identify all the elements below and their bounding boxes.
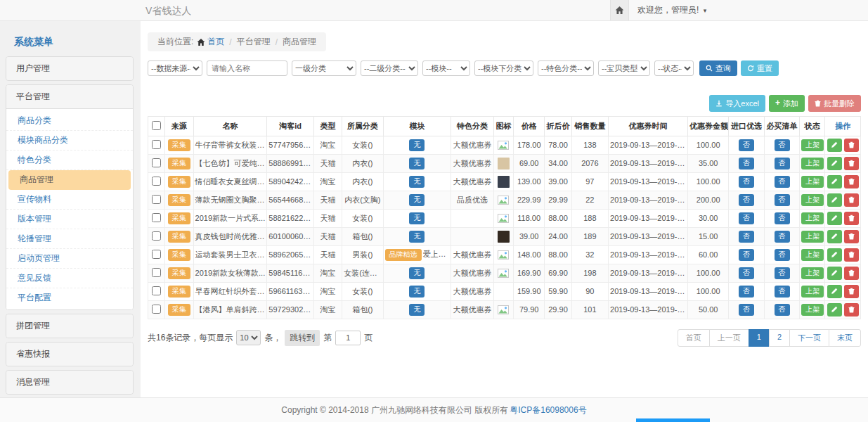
jump-button[interactable]: 跳转到: [285, 330, 320, 346]
row-checkbox[interactable]: [152, 250, 161, 259]
delete-button[interactable]: [844, 285, 859, 298]
status-badge[interactable]: 上架: [801, 212, 824, 224]
import-select-toggle[interactable]: 否: [739, 267, 754, 279]
row-checkbox[interactable]: [152, 305, 161, 314]
sidebar-item[interactable]: 平台配置: [6, 288, 133, 307]
status-badge[interactable]: 上架: [801, 231, 824, 243]
status-badge[interactable]: 上架: [801, 267, 824, 279]
icp-link[interactable]: 粤ICP备16098006号: [510, 404, 586, 416]
filter-select[interactable]: --数据来源--: [148, 60, 202, 76]
row-checkbox[interactable]: [152, 158, 161, 167]
import-select-toggle[interactable]: 否: [739, 158, 754, 170]
sidebar-item[interactable]: 商品管理: [8, 170, 131, 190]
status-badge[interactable]: 上架: [801, 139, 824, 151]
must-buy-toggle[interactable]: 否: [775, 139, 790, 151]
filter-select[interactable]: --模块下分类--: [474, 60, 533, 76]
sidebar-group[interactable]: 用户管理: [6, 57, 133, 80]
must-buy-toggle[interactable]: 否: [775, 304, 790, 316]
page-button[interactable]: 下一页: [789, 329, 829, 347]
import-select-toggle[interactable]: 否: [739, 286, 754, 298]
sidebar-item[interactable]: 商品分类: [6, 111, 133, 131]
status-badge[interactable]: 上架: [801, 304, 824, 316]
edit-button[interactable]: [827, 303, 842, 316]
import-select-toggle[interactable]: 否: [739, 212, 754, 224]
module-badge[interactable]: 无: [409, 267, 425, 279]
must-buy-toggle[interactable]: 否: [775, 176, 790, 188]
status-badge[interactable]: 上架: [801, 249, 824, 261]
import-excel-button[interactable]: 导入excel: [709, 95, 765, 112]
sidebar-item[interactable]: 轮播管理: [6, 229, 133, 249]
import-select-toggle[interactable]: 否: [739, 194, 754, 206]
status-badge[interactable]: 上架: [801, 176, 824, 188]
sidebar-item[interactable]: 意见反馈: [6, 269, 133, 288]
status-badge[interactable]: 上架: [801, 194, 824, 206]
sidebar-item[interactable]: 宣传物料: [6, 190, 133, 210]
import-select-toggle[interactable]: 否: [739, 176, 754, 188]
page-button[interactable]: 上一页: [709, 329, 749, 347]
page-button[interactable]: 首页: [678, 329, 710, 347]
status-badge[interactable]: 上架: [801, 158, 824, 170]
filter-select[interactable]: --状态--: [654, 60, 694, 76]
name-search-input[interactable]: [207, 60, 287, 76]
delete-button[interactable]: [844, 212, 859, 225]
module-badge[interactable]: 无: [409, 176, 425, 188]
reset-button[interactable]: 重置: [741, 60, 779, 76]
must-buy-toggle[interactable]: 否: [775, 249, 790, 261]
must-buy-toggle[interactable]: 否: [775, 286, 790, 298]
delete-button[interactable]: [844, 193, 859, 207]
sidebar-group[interactable]: 省惠快报: [6, 343, 133, 366]
per-page-select[interactable]: 10: [236, 330, 261, 345]
delete-button[interactable]: [844, 139, 859, 152]
module-badge[interactable]: 品牌精选: [385, 249, 422, 261]
import-select-toggle[interactable]: 否: [739, 139, 754, 151]
module-badge[interactable]: 无: [409, 194, 425, 206]
delete-button[interactable]: [844, 175, 859, 188]
edit-button[interactable]: [827, 267, 842, 280]
add-button[interactable]: + 添加: [769, 95, 805, 112]
page-button[interactable]: 末页: [829, 329, 861, 347]
import-select-toggle[interactable]: 否: [739, 231, 754, 243]
sidebar-group[interactable]: 消息管理: [6, 371, 133, 394]
filter-select[interactable]: --宝贝类型--: [598, 60, 650, 76]
home-button[interactable]: [610, 0, 629, 20]
edit-button[interactable]: [827, 175, 842, 188]
sidebar-item[interactable]: 版本管理: [6, 210, 133, 229]
delete-button[interactable]: [844, 230, 859, 243]
search-button[interactable]: 查询: [699, 60, 737, 76]
row-checkbox[interactable]: [152, 195, 161, 204]
module-badge[interactable]: 无: [409, 304, 425, 316]
edit-button[interactable]: [827, 157, 842, 170]
sidebar-group[interactable]: 平台管理: [6, 85, 133, 108]
delete-button[interactable]: [844, 267, 859, 280]
must-buy-toggle[interactable]: 否: [775, 267, 790, 279]
row-checkbox[interactable]: [152, 177, 161, 186]
module-badge[interactable]: 无: [409, 158, 425, 170]
module-badge[interactable]: 无: [409, 212, 425, 224]
page-jump-input[interactable]: [335, 331, 361, 345]
user-menu[interactable]: 欢迎您，管理员! ▾: [637, 4, 706, 16]
import-select-toggle[interactable]: 否: [739, 249, 754, 261]
page-button[interactable]: 2: [769, 329, 790, 347]
edit-button[interactable]: [827, 230, 842, 243]
module-badge[interactable]: 无: [409, 139, 425, 151]
import-select-toggle[interactable]: 否: [739, 304, 754, 316]
edit-button[interactable]: [827, 248, 842, 262]
status-badge[interactable]: 上架: [801, 286, 824, 298]
row-checkbox[interactable]: [152, 213, 161, 222]
edit-button[interactable]: [827, 139, 842, 152]
filter-select[interactable]: --特色分类--: [538, 60, 594, 76]
must-buy-toggle[interactable]: 否: [775, 231, 790, 243]
row-checkbox[interactable]: [152, 268, 161, 277]
sidebar-item[interactable]: 特色分类: [6, 151, 133, 170]
sidebar-item[interactable]: 启动页管理: [6, 249, 133, 269]
filter-select[interactable]: --二级分类--: [361, 60, 418, 76]
module-badge[interactable]: 无: [409, 231, 425, 243]
must-buy-toggle[interactable]: 否: [775, 212, 790, 224]
row-checkbox[interactable]: [152, 140, 161, 149]
page-button[interactable]: 1: [749, 329, 770, 347]
must-buy-toggle[interactable]: 否: [775, 158, 790, 170]
delete-button[interactable]: [844, 303, 859, 316]
edit-button[interactable]: [827, 193, 842, 207]
filter-select[interactable]: 一级分类: [292, 60, 356, 76]
filter-select[interactable]: --模块--: [422, 60, 470, 76]
